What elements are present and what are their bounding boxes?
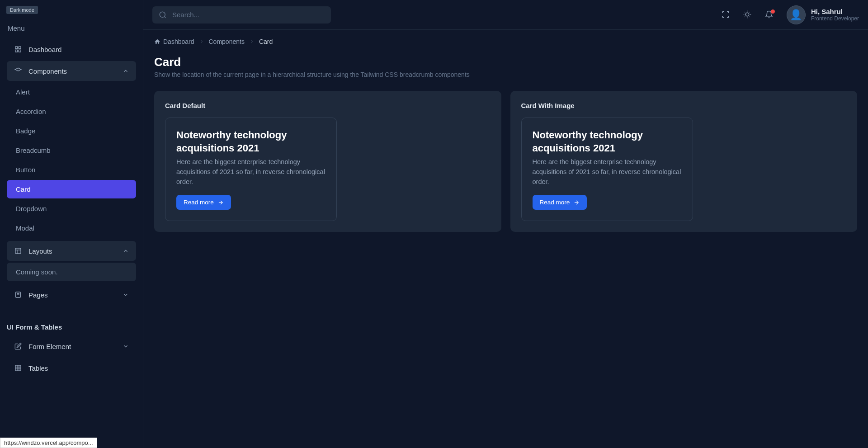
- svg-point-16: [160, 12, 165, 17]
- sidebar-item-layouts[interactable]: Layouts: [7, 241, 136, 261]
- read-more-button[interactable]: Read more: [533, 195, 587, 210]
- search-box[interactable]: [152, 6, 331, 24]
- button-label: Read more: [540, 199, 570, 206]
- topbar: 👤 Hi, Sahrul Frontend Developer: [143, 0, 868, 30]
- sidebar-item-tables[interactable]: Tables: [7, 358, 136, 378]
- card-text: Here are the biggest enterprise technolo…: [533, 157, 682, 187]
- main-area: 👤 Hi, Sahrul Frontend Developer Dashboar…: [143, 0, 868, 448]
- section-form-tables: UI Form & Tables: [7, 314, 136, 331]
- notification-icon[interactable]: [765, 10, 774, 19]
- user-role: Frontend Developer: [811, 15, 859, 22]
- sidebar-item-label: Tables: [28, 364, 48, 372]
- sidebar-item-components[interactable]: Components: [7, 61, 136, 81]
- sidebar-sub-alert[interactable]: Alert: [7, 83, 136, 101]
- svg-rect-5: [15, 248, 21, 254]
- sidebar-sub-breadcrumb[interactable]: Breadcumb: [7, 141, 136, 160]
- status-bar: https://windzo.vercel.app/compo...: [0, 438, 97, 448]
- sidebar-sub-coming-soon: Coming soon.: [7, 263, 136, 281]
- svg-rect-11: [15, 365, 21, 371]
- button-label: Read more: [184, 199, 214, 206]
- panel-title: Card With Image: [521, 102, 847, 109]
- layouts-submenu: Coming soon.: [7, 263, 136, 281]
- sidebar-sub-dropdown[interactable]: Dropdown: [7, 199, 136, 218]
- breadcrumb-components[interactable]: Components: [209, 38, 245, 45]
- home-icon: [154, 38, 160, 45]
- layouts-icon: [14, 247, 22, 255]
- components-icon: [14, 67, 22, 75]
- avatar: 👤: [787, 5, 806, 24]
- sidebar-item-label: Layouts: [28, 247, 52, 255]
- chevron-up-icon: [123, 68, 129, 74]
- edit-icon: [14, 342, 22, 350]
- sidebar-item-dashboard[interactable]: Dashboard: [7, 39, 136, 59]
- menu-heading: Menu: [7, 24, 136, 32]
- pages-icon: [14, 291, 22, 299]
- svg-point-18: [745, 13, 749, 16]
- sidebar-sub-modal[interactable]: Modal: [7, 219, 136, 237]
- theme-toggle-icon[interactable]: [743, 10, 752, 19]
- svg-line-17: [164, 16, 165, 18]
- user-menu[interactable]: 👤 Hi, Sahrul Frontend Developer: [787, 5, 859, 24]
- search-icon: [159, 11, 167, 19]
- breadcrumb-dashboard[interactable]: Dashboard: [154, 38, 194, 45]
- page-title: Card: [154, 55, 857, 69]
- svg-line-21: [745, 12, 745, 12]
- card-with-image: Noteworthy technology acquisitions 2021 …: [521, 118, 693, 221]
- chevron-right-icon: [199, 39, 204, 44]
- table-icon: [14, 364, 22, 372]
- panel-card-default: Card Default Noteworthy technology acqui…: [154, 91, 501, 232]
- arrow-right-icon: [573, 199, 580, 206]
- breadcrumb: Dashboard Components Card: [154, 38, 857, 45]
- page-subtitle: Show the location of the current page in…: [154, 71, 857, 78]
- fullscreen-icon[interactable]: [722, 10, 731, 19]
- svg-rect-2: [15, 50, 18, 52]
- sidebar-item-form-element[interactable]: Form Element: [7, 336, 136, 356]
- svg-rect-1: [19, 47, 21, 49]
- sidebar: Menu Dashboard Components: [0, 0, 143, 448]
- sidebar-sub-button[interactable]: Button: [7, 160, 136, 179]
- card-title: Noteworthy technology acquisitions 2021: [533, 129, 682, 155]
- sidebar-item-label: Form Element: [28, 343, 71, 350]
- notification-dot: [771, 9, 775, 14]
- user-name: Hi, Sahrul: [811, 8, 859, 15]
- card-default: Noteworthy technology acquisitions 2021 …: [165, 118, 337, 221]
- chevron-down-icon: [123, 343, 129, 349]
- components-submenu: Alert Accordion Badge Breadcumb Button C…: [7, 83, 136, 237]
- sidebar-item-label: Dashboard: [28, 46, 61, 53]
- search-input[interactable]: [172, 11, 325, 19]
- breadcrumb-label: Dashboard: [163, 38, 194, 45]
- panel-card-with-image: Card With Image Noteworthy technology ac…: [510, 91, 858, 232]
- card-title: Noteworthy technology acquisitions 2021: [176, 129, 326, 155]
- sidebar-item-label: Pages: [28, 291, 48, 299]
- svg-line-22: [750, 16, 750, 17]
- grid-icon: [14, 45, 22, 53]
- svg-line-25: [745, 16, 745, 17]
- svg-marker-4: [15, 68, 21, 71]
- svg-rect-3: [19, 50, 21, 52]
- panel-title: Card Default: [165, 102, 491, 109]
- card-text: Here are the biggest enterprise technolo…: [176, 157, 326, 187]
- sidebar-item-pages[interactable]: Pages: [7, 285, 136, 305]
- read-more-button[interactable]: Read more: [176, 195, 231, 210]
- svg-rect-0: [15, 47, 18, 49]
- chevron-up-icon: [123, 248, 129, 254]
- sidebar-sub-card[interactable]: Card: [7, 180, 136, 198]
- dark-mode-badge: Dark mode: [6, 6, 38, 14]
- sidebar-sub-accordion[interactable]: Accordion: [7, 102, 136, 121]
- chevron-down-icon: [123, 292, 129, 298]
- content: Dashboard Components Card Card Show the …: [143, 30, 868, 240]
- arrow-right-icon: [217, 199, 224, 206]
- breadcrumb-current: Card: [259, 38, 273, 45]
- sidebar-item-label: Components: [28, 67, 67, 75]
- sidebar-sub-badge[interactable]: Badge: [7, 122, 136, 140]
- svg-line-26: [750, 12, 750, 12]
- chevron-right-icon: [249, 39, 255, 44]
